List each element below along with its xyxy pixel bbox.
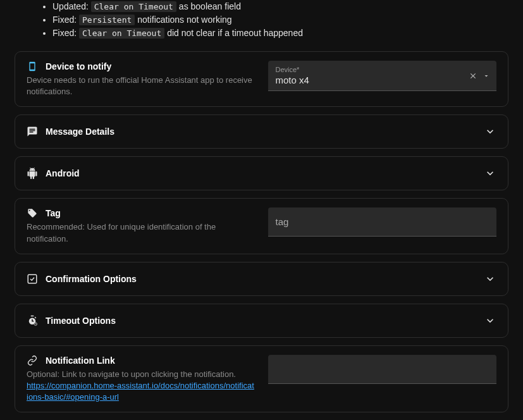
- changelog-item: Fixed: Persistent notifications not work…: [52, 13, 508, 27]
- dropdown-icon[interactable]: [483, 72, 490, 80]
- chevron-down-icon: [484, 273, 496, 285]
- notification-link-section: Notification Link Optional: Link to navi…: [15, 345, 508, 413]
- tag-title: Tag: [46, 208, 61, 218]
- notification-link-title: Notification Link: [46, 355, 115, 366]
- android-icon: [27, 168, 38, 179]
- device-to-notify-section: Device to notify Device needs to run the…: [15, 51, 508, 107]
- notification-link-input[interactable]: [268, 355, 497, 384]
- code-snippet: Clear on Timeout: [91, 1, 176, 12]
- tag-icon: [27, 207, 38, 219]
- notification-link-subtitle: Optional: Link to navigate to upon click…: [27, 369, 255, 404]
- device-select[interactable]: Device* moto x4: [268, 61, 497, 91]
- device-title: Device to notify: [46, 61, 111, 71]
- tag-input[interactable]: tag: [268, 207, 497, 237]
- message-icon: [27, 126, 38, 137]
- tag-subtitle: Recommended: Used for unique identificat…: [27, 221, 255, 244]
- checkbox-icon: [27, 273, 38, 285]
- notification-link-url[interactable]: https://companion.home-assistant.io/docs…: [27, 381, 254, 402]
- android-panel[interactable]: Android: [15, 156, 508, 190]
- chevron-down-icon: [484, 167, 496, 180]
- svg-rect-0: [28, 275, 37, 283]
- code-snippet: Persistent: [79, 15, 135, 25]
- changelog-item: Fixed: Clear on Timeout did not clear if…: [52, 27, 508, 40]
- device-subtitle: Device needs to run the official Home As…: [27, 75, 255, 97]
- confirmation-options-panel[interactable]: Confirmation Options: [15, 262, 508, 296]
- code-snippet: Clear on Timeout: [79, 28, 164, 39]
- timer-icon: [27, 315, 38, 326]
- clear-icon[interactable]: [469, 71, 477, 80]
- timeout-options-panel[interactable]: Timeout Options: [15, 304, 508, 338]
- tag-section: Tag Recommended: Used for unique identif…: [15, 198, 508, 254]
- cellphone-icon: [27, 61, 38, 72]
- chevron-down-icon: [484, 314, 496, 327]
- changelog-list: Updated: Clear on Timeout as boolean fie…: [15, 0, 508, 40]
- message-details-panel[interactable]: Message Details: [15, 114, 508, 149]
- device-select-value: moto x4: [276, 75, 489, 85]
- link-icon: [27, 355, 38, 366]
- changelog-item: Updated: Clear on Timeout as boolean fie…: [52, 0, 508, 13]
- device-select-label: Device*: [276, 66, 489, 73]
- chevron-down-icon: [484, 125, 496, 138]
